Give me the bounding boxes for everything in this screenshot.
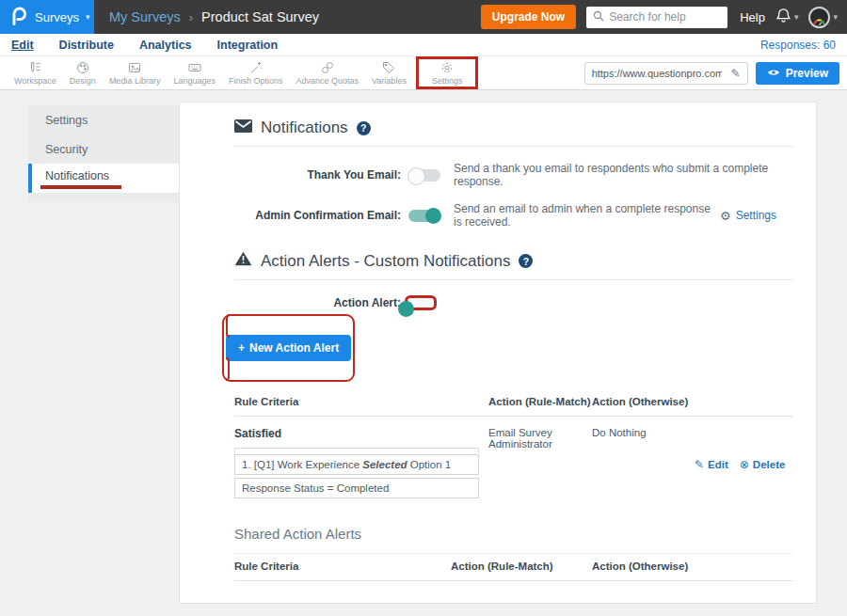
toolbar-item-design[interactable]: Design xyxy=(63,60,103,86)
workspace-icon xyxy=(27,60,42,75)
questionpro-logo-icon xyxy=(9,5,28,30)
help-link[interactable]: Help xyxy=(740,10,765,24)
admin-confirmation-desc: Send an email to admin when a complete r… xyxy=(454,202,720,229)
surveys-menu-label: Surveys xyxy=(35,10,79,24)
col-header-actions xyxy=(733,553,793,581)
rule-condition-2: Response Status = Completed xyxy=(234,478,479,498)
upgrade-now-button[interactable]: Upgrade Now xyxy=(481,5,576,29)
chevron-down-icon: ▾ xyxy=(833,12,838,22)
thank-you-email-desc: Send a thank you email to respondents wh… xyxy=(454,162,793,188)
edit-pencil-icon: ✎ xyxy=(695,458,704,471)
toolbar-item-workspace[interactable]: Workspace xyxy=(8,60,63,86)
action-otherwise-cell: Do Nothing xyxy=(592,417,695,501)
eye-icon xyxy=(767,67,780,80)
action-alert-label: Action Alert: xyxy=(234,296,401,309)
tag-icon xyxy=(381,60,396,75)
admin-confirmation-label: Admin Confirmation Email: xyxy=(234,209,401,222)
col-header-action-match: Action (Rule-Match) xyxy=(488,389,592,417)
action-alerts-heading: Action Alerts - Custom Notifications ? xyxy=(234,251,793,271)
responses-count[interactable]: Responses: 60 xyxy=(760,39,836,52)
nav-tab-distribute[interactable]: Distribute xyxy=(59,39,114,52)
delete-alert-link[interactable]: ⊗ Delete xyxy=(740,427,786,501)
col-header-actions xyxy=(695,389,793,417)
sidebar-item-settings[interactable]: Settings xyxy=(28,105,179,134)
chevron-down-icon: ▾ xyxy=(86,12,90,22)
image-icon xyxy=(127,60,142,75)
rule-text: 1. [Q1] Work Experience xyxy=(242,459,362,470)
toolbar-item-advance-quotas[interactable]: Advance Quotas xyxy=(289,60,365,86)
toolbar-item-settings[interactable]: Settings xyxy=(425,60,470,86)
sidebar-item-label: Security xyxy=(45,143,88,156)
chevron-down-icon: ▾ xyxy=(794,12,799,22)
preview-button[interactable]: Preview xyxy=(756,62,839,85)
palette-icon xyxy=(75,60,90,75)
sidebar-item-security[interactable]: Security xyxy=(28,134,179,164)
section-title: Notifications xyxy=(261,118,348,137)
toolbar-label: Workspace xyxy=(14,76,56,86)
admin-confirmation-row: Admin Confirmation Email: Send an email … xyxy=(234,202,793,229)
thank-you-email-toggle[interactable] xyxy=(408,169,440,182)
account-menu[interactable]: ▾ xyxy=(808,7,838,28)
notifications-panel: Notifications ? Thank You Email: Send a … xyxy=(179,102,817,604)
gear-icon xyxy=(439,60,455,75)
annotation-notifications-underline xyxy=(40,185,121,189)
magic-wand-icon xyxy=(248,60,264,75)
help-question-icon[interactable]: ? xyxy=(357,121,371,135)
rule-emphasis: Selected xyxy=(362,459,407,470)
thank-you-email-row: Thank You Email: Send a thank you email … xyxy=(234,162,793,188)
toolbar-item-variables[interactable]: Variables xyxy=(365,60,413,86)
nav-tab-analytics[interactable]: Analytics xyxy=(139,39,192,52)
breadcrumb: My Surveys › Product Sat Survey xyxy=(109,9,319,24)
breadcrumb-separator: › xyxy=(189,10,193,24)
shared-alerts-table: Rule Criteria Action (Rule-Match) Action… xyxy=(234,553,793,581)
nav-tab-integration[interactable]: Integration xyxy=(217,39,279,52)
toolbar-label: Design xyxy=(70,76,96,86)
surveys-product-menu[interactable]: Surveys ▾ xyxy=(0,0,94,34)
edit-alert-link[interactable]: ✎ Edit xyxy=(695,427,728,501)
sidebar-item-notifications[interactable]: Notifications xyxy=(28,164,179,193)
admin-email-settings-link[interactable]: ⚙ Settings xyxy=(720,209,776,223)
nav-tab-edit[interactable]: Edit xyxy=(11,39,34,52)
search-icon xyxy=(593,8,604,25)
col-header-action-otherwise: Action (Otherwise) xyxy=(592,553,733,581)
col-header-action-otherwise: Action (Otherwise) xyxy=(592,389,695,417)
survey-url-field[interactable]: ✎ xyxy=(584,62,748,85)
toolbar-item-finish-options[interactable]: Finish Options xyxy=(222,60,290,86)
action-alerts-table: Rule Criteria Action (Rule-Match) Action… xyxy=(234,389,793,501)
chain-links-icon xyxy=(320,60,335,75)
notifications-bell-menu[interactable]: ▾ xyxy=(775,8,799,27)
notifications-section-heading: Notifications ? xyxy=(234,118,793,137)
rule-text: Option 1 xyxy=(408,459,452,470)
toolbar-item-languages[interactable]: Languages xyxy=(167,60,222,86)
toolbar-label: Media Library xyxy=(109,76,161,86)
new-action-alert-row: + New Action Alert xyxy=(234,314,793,382)
rule-criteria-cell: Satisfied 1. [Q1] Work Experience Select… xyxy=(234,417,488,501)
warning-triangle-icon xyxy=(234,251,252,271)
annotation-new-action-alert-outer: + New Action Alert xyxy=(222,314,355,382)
gear-icon: ⚙ xyxy=(720,209,731,223)
search-input[interactable] xyxy=(609,10,712,24)
delete-circle-icon: ⊗ xyxy=(740,458,749,471)
breadcrumb-my-surveys[interactable]: My Surveys xyxy=(109,9,181,24)
plus-icon: + xyxy=(238,341,245,355)
edit-url-pencil-icon[interactable]: ✎ xyxy=(731,67,741,80)
section-title: Shared Action Alerts xyxy=(234,526,361,542)
row-actions-cell: ✎ Edit ⊗ Delete xyxy=(695,417,793,501)
settings-link-label: Settings xyxy=(736,209,776,222)
bell-icon xyxy=(775,8,791,27)
top-header-bar: Surveys ▾ My Surveys › Product Sat Surve… xyxy=(0,0,847,34)
help-question-icon[interactable]: ? xyxy=(519,254,533,268)
keyboard-icon xyxy=(187,60,202,75)
divider xyxy=(234,279,793,280)
annotation-new-action-alert-inner: + New Action Alert xyxy=(226,314,351,381)
delete-label: Delete xyxy=(753,459,786,470)
new-action-alert-button[interactable]: + New Action Alert xyxy=(226,335,351,361)
admin-confirmation-toggle[interactable] xyxy=(408,210,440,222)
help-search-box[interactable] xyxy=(586,7,727,28)
toolbar-item-media-library[interactable]: Media Library xyxy=(103,60,168,86)
breadcrumb-current-survey: Product Sat Survey xyxy=(201,9,319,24)
avatar xyxy=(808,7,830,28)
survey-url-input[interactable] xyxy=(592,68,722,79)
divider xyxy=(234,146,793,147)
settings-sidebar: Settings Security Notifications xyxy=(28,105,179,202)
